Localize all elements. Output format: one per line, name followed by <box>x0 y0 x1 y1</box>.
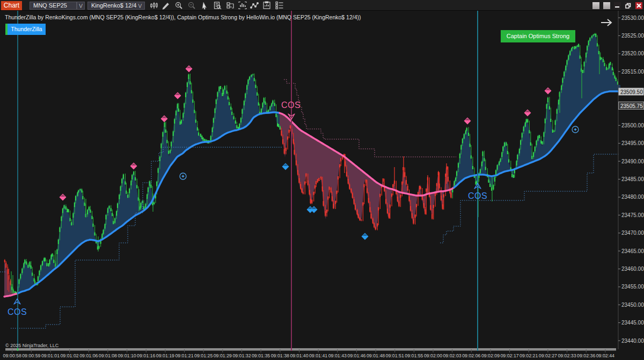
svg-text:09:01:06: 09:01:06 <box>79 353 98 358</box>
svg-text:23485.00: 23485.00 <box>621 176 644 182</box>
svg-text:09:02:06: 09:02:06 <box>462 353 480 358</box>
svg-text:09:01:29: 09:01:29 <box>214 353 232 358</box>
svg-text:09:01:46: 09:01:46 <box>347 353 365 358</box>
svg-text:09:01:35: 09:01:35 <box>252 353 270 358</box>
svg-text:23450.00: 23450.00 <box>621 302 644 308</box>
svg-text:09:02:09: 09:02:09 <box>481 353 500 358</box>
svg-text:23520.00: 23520.00 <box>621 51 644 56</box>
svg-text:23455.00: 23455.00 <box>621 284 644 290</box>
svg-text:09:01:40: 09:01:40 <box>290 353 308 358</box>
svg-text:09:02:21: 09:02:21 <box>519 353 538 358</box>
svg-text:23480.00: 23480.00 <box>621 194 644 200</box>
svg-text:09:02:36: 09:02:36 <box>577 353 595 358</box>
svg-text:09:02:00: 09:02:00 <box>424 353 442 358</box>
svg-text:23445.00: 23445.00 <box>621 320 644 326</box>
svg-text:23525.00: 23525.00 <box>621 33 644 39</box>
svg-text:09:00:58: 09:00:58 <box>3 353 21 358</box>
svg-text:09:01:38: 09:01:38 <box>271 353 289 358</box>
svg-text:23515.00: 23515.00 <box>621 69 644 75</box>
svg-text:COS: COS <box>468 191 487 200</box>
svg-text:09:02:27: 09:02:27 <box>539 353 557 358</box>
svg-text:09:02:44: 09:02:44 <box>596 353 614 358</box>
svg-text:09:01:01: 09:01:01 <box>41 353 60 358</box>
svg-text:COS: COS <box>281 100 301 110</box>
svg-text:23530.00: 23530.00 <box>621 15 644 21</box>
svg-text:09:01:08: 09:01:08 <box>99 353 117 358</box>
svg-text:09:01:21: 09:01:21 <box>175 353 193 358</box>
svg-text:09:01:48: 09:01:48 <box>367 353 385 358</box>
svg-text:09:02:33: 09:02:33 <box>558 353 576 358</box>
svg-text:09:01:02: 09:01:02 <box>60 353 78 358</box>
svg-text:09:01:51: 09:01:51 <box>386 353 404 358</box>
svg-text:23470.00: 23470.00 <box>621 230 644 236</box>
svg-text:23465.00: 23465.00 <box>621 248 644 254</box>
svg-text:09:00:59: 09:00:59 <box>22 353 40 358</box>
svg-text:23460.00: 23460.00 <box>621 266 644 272</box>
svg-text:23475.00: 23475.00 <box>621 212 644 218</box>
svg-text:09:02:17: 09:02:17 <box>500 353 518 358</box>
svg-text:23495.00: 23495.00 <box>621 140 644 146</box>
svg-text:09:01:16: 09:01:16 <box>137 353 155 358</box>
svg-text:09:01:10: 09:01:10 <box>118 353 136 358</box>
svg-text:23490.00: 23490.00 <box>621 159 644 164</box>
svg-text:09:01:41: 09:01:41 <box>309 353 327 358</box>
svg-text:09:01:19: 09:01:19 <box>156 353 174 358</box>
svg-text:09:01:32: 09:01:32 <box>232 353 251 358</box>
svg-text:09:01:55: 09:01:55 <box>405 353 423 358</box>
svg-text:23509.50: 23509.50 <box>620 89 643 95</box>
svg-text:09:01:43: 09:01:43 <box>328 353 347 358</box>
svg-text:23500.00: 23500.00 <box>621 123 644 128</box>
svg-text:23440.00: 23440.00 <box>621 338 644 344</box>
svg-text:09:01:25: 09:01:25 <box>194 353 213 358</box>
svg-text:COS: COS <box>8 307 27 316</box>
svg-text:23505.75: 23505.75 <box>620 103 643 109</box>
svg-text:09:02:03: 09:02:03 <box>443 353 461 358</box>
